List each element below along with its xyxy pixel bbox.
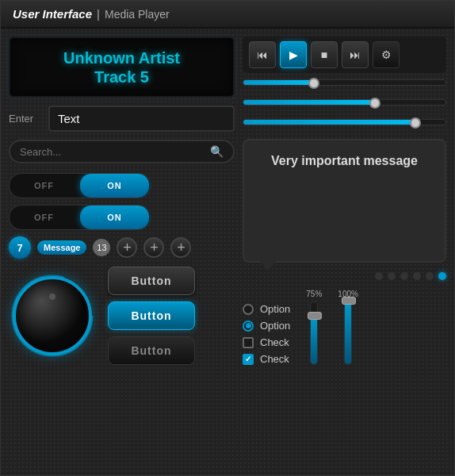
message-bubble: Very important message: [243, 139, 446, 263]
toggle-row-2: OFF ON: [9, 205, 235, 230]
slider-2-thumb[interactable]: [369, 98, 380, 109]
prev-button[interactable]: ⏮: [249, 41, 276, 68]
next-button[interactable]: ⏭: [342, 41, 369, 68]
led-6: [438, 272, 446, 280]
bubble-tail: [260, 261, 276, 271]
button-2[interactable]: Button: [108, 301, 195, 330]
toggle-switch-2[interactable]: OFF ON: [9, 205, 151, 230]
number-badge: 7: [9, 236, 31, 259]
slider-1-thumb[interactable]: [308, 78, 319, 89]
led-row: [243, 272, 446, 280]
track-name: Track 5: [22, 68, 221, 86]
app-title: User Interface: [13, 7, 92, 21]
stop-button[interactable]: ■: [311, 41, 338, 68]
led-4: [413, 272, 421, 280]
vslider-1-fill: [311, 318, 317, 365]
settings-button[interactable]: ⚙: [373, 41, 400, 68]
slider-1-container: [243, 79, 446, 89]
search-icon: 🔍: [210, 145, 224, 158]
knob-area: Button Button Button: [9, 267, 235, 365]
count-badge: 13: [93, 239, 110, 256]
add-button-3[interactable]: +: [170, 237, 191, 258]
led-1: [375, 272, 383, 280]
left-panel: Unknown Artist Track 5 Enter 🔍 OFF ON: [9, 36, 235, 365]
slider-3-track[interactable]: [243, 119, 446, 125]
search-row[interactable]: 🔍: [9, 140, 235, 163]
vslider-2-thumb[interactable]: [342, 297, 356, 305]
led-3: [400, 272, 408, 280]
vslider-2-col: 100%: [338, 290, 358, 365]
vslider-1-col: 75%: [306, 290, 322, 365]
option-label-2: Option: [260, 320, 290, 332]
bottom-controls: 7 Message 13 + + +: [9, 236, 235, 259]
toggle-on-label-1: ON: [80, 174, 149, 198]
vsliders-group: 75% 100%: [306, 290, 358, 365]
content-area: Unknown Artist Track 5 Enter 🔍 OFF ON: [1, 29, 454, 373]
slider-3-fill: [243, 120, 415, 125]
buttons-column: Button Button Button: [108, 267, 195, 365]
header-sep: |: [97, 7, 100, 21]
right-panel: ⏮ ▶ ■ ⏭ ⚙: [243, 36, 446, 365]
option-row-1: Option: [243, 303, 290, 315]
player-controls: ⏮ ▶ ■ ⏭ ⚙: [243, 36, 446, 73]
option-label-1: Option: [260, 303, 290, 315]
option-row-4: ✓ Check: [243, 353, 290, 365]
option-row-3: Check: [243, 336, 290, 348]
radio-1[interactable]: [243, 304, 254, 315]
vslider-1-track[interactable]: [310, 301, 318, 365]
play-button[interactable]: ▶: [280, 41, 307, 68]
vslider-1-label: 75%: [306, 290, 322, 298]
knob-indicator: [49, 294, 55, 300]
toggle-on-label-2: ON: [80, 205, 149, 229]
toggle-off-label-1: OFF: [10, 174, 78, 198]
toggle-row-1: OFF ON: [9, 173, 235, 198]
vslider-2-fill: [345, 302, 351, 364]
option-row-2: Option: [243, 320, 290, 332]
button-3[interactable]: Button: [108, 336, 195, 365]
message-badge: Message: [37, 240, 86, 255]
button-1[interactable]: Button: [108, 267, 195, 295]
search-input[interactable]: [20, 146, 210, 158]
message-text: Very important message: [256, 152, 433, 170]
track-artist: Unknown Artist: [22, 48, 221, 68]
check-mark: ✓: [245, 355, 251, 363]
slider-2-track[interactable]: [243, 99, 446, 106]
add-button-1[interactable]: +: [117, 237, 137, 258]
checkbox-2[interactable]: ✓: [243, 354, 254, 365]
checkbox-1[interactable]: [243, 337, 254, 348]
knob[interactable]: [13, 276, 92, 355]
toggle-off-label-2: OFF: [10, 205, 78, 229]
options-column: Option Option Check: [243, 303, 290, 365]
slider-3-container: [243, 119, 446, 129]
input-label: Enter: [9, 113, 42, 125]
led-5: [426, 272, 434, 280]
add-button-2[interactable]: +: [143, 237, 164, 258]
track-display: Unknown Artist Track 5: [9, 36, 235, 98]
slider-2-container: [243, 99, 446, 109]
header: User Interface | Media Player: [1, 1, 454, 29]
slider-1-track[interactable]: [243, 79, 446, 86]
radio-2[interactable]: [243, 321, 254, 332]
app-subtitle: Media Player: [105, 8, 170, 21]
option-label-4: Check: [260, 353, 289, 365]
slider-2-fill: [243, 100, 375, 105]
vslider-2-track[interactable]: [344, 301, 352, 365]
toggle-switch-1[interactable]: OFF ON: [9, 173, 151, 198]
slider-3-thumb[interactable]: [410, 117, 421, 129]
vslider-1-thumb[interactable]: [308, 312, 322, 320]
slider-1-fill: [243, 80, 314, 85]
radio-inner-2: [246, 323, 251, 328]
text-input[interactable]: [48, 106, 235, 132]
led-2: [388, 272, 396, 280]
main-container: User Interface | Media Player Unknown Ar…: [0, 0, 455, 476]
text-input-row: Enter: [9, 106, 235, 132]
option-label-3: Check: [260, 336, 289, 348]
knob-wrapper: [9, 272, 96, 359]
right-bottom: Option Option Check: [243, 290, 446, 365]
